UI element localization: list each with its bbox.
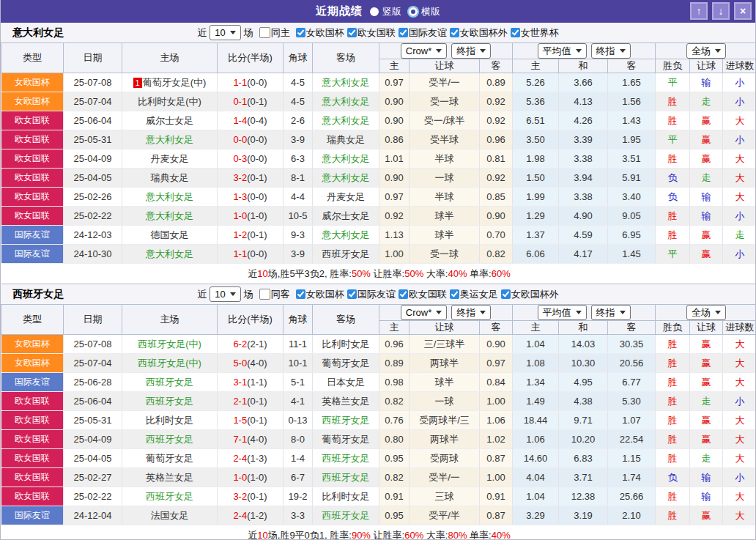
checkbox-unchecked-icon[interactable] [259,27,270,38]
corner-count: 8-1 [284,169,313,188]
average-select[interactable]: 平均值 [538,43,587,59]
competition-badge: 欧女国联 [1,188,64,207]
away-team-name: 威尔士女足 [322,210,370,221]
odds-source-select[interactable]: Crow* [401,305,447,320]
avg-odds-win: 3.29 [513,506,559,525]
handicap-odds-home: 0.90 [379,111,410,130]
avg-odds-lose: 3.40 [608,188,656,207]
final-odds-select[interactable]: 终指 [451,305,491,320]
away-team: 比利时女足 [313,335,379,354]
competition-filter[interactable]: 国际友谊 [347,288,396,301]
competition-filter[interactable]: 女世界杯 [511,26,559,40]
checkbox-checked-icon[interactable] [296,28,305,37]
avg-odds-lose: 1.95 [608,130,656,149]
home-team-name: 英格兰女足 [146,472,193,483]
outcome-result: 负 [656,468,690,487]
competition-badge: 欧女国联 [1,149,64,169]
handicap-odds-home: 0.96 [379,335,410,354]
checkbox-checked-icon[interactable] [347,28,357,37]
home-team-name: 丹麦女足 [151,153,189,164]
summary-stat-value: 50% [352,268,371,279]
match-date: 25-04-09 [64,149,122,169]
full-time-score: 1-1 [233,77,247,88]
same-away-filter[interactable]: 同客 [259,288,290,301]
outcome-goals: 小 [723,130,756,149]
checkbox-checked-icon[interactable] [511,28,520,37]
avg-odds-win: 14.60 [513,449,559,468]
checkbox-checked-icon[interactable] [399,289,408,299]
competition-filter[interactable]: 欧女国联 [347,26,396,40]
checkbox-checked-icon[interactable] [296,289,305,299]
competition-filters: 女欧国杯欧女国联国际友谊女欧国杯外女世界杯 [293,26,559,40]
match-score: 1-5(0-1) [218,411,284,430]
close-button[interactable]: × [734,2,752,20]
checkbox-unchecked-icon[interactable] [259,289,270,300]
match-row: 欧女国联25-06-04威尔士女足1-4(0-4)2-6意大利女足0.90受一/… [1,111,756,130]
handicap-group-header: Crow* 终指 [379,305,513,321]
competition-filter[interactable]: 女欧国杯 [296,288,344,301]
window-title: 近期战绩 [316,4,363,18]
competition-filter[interactable]: 国际友谊 [399,26,447,40]
handicap-odds-home: 0.90 [379,169,410,188]
competition-filter[interactable]: 女欧国杯 [296,26,344,40]
odds-source-select[interactable]: Crow* [401,43,447,59]
competition-filter[interactable]: 欧女国联 [399,288,447,301]
move-up-button[interactable]: ↑ [690,2,708,20]
handicap-odds-away: 0.91 [480,487,513,506]
competition-filter[interactable]: 女欧国杯外 [450,26,508,40]
handicap-line: 球半 [410,207,480,226]
competition-filter-label: 女欧国杯外 [511,288,559,301]
average-select[interactable]: 平均值 [538,305,587,320]
checkbox-checked-icon[interactable] [399,28,408,37]
handicap-line: 半球 [410,188,480,207]
scope-select[interactable]: 全场 [686,43,726,59]
competition-badge: 女欧国杯 [1,73,64,92]
chevron-down-icon [480,49,486,53]
outcome-result: 胜 [656,149,690,169]
avg-odds-draw: 4.90 [559,207,608,226]
results-table: 类型 日期 主场 比分(半场) 角球 客场 Crow* 终指 平均值 [1,304,756,540]
outcome-goals: 大 [723,335,756,354]
match-date: 25-07-04 [64,354,122,373]
handicap-odds-away: 0.96 [480,130,513,149]
checkbox-checked-icon[interactable] [347,289,357,299]
match-count-select[interactable]: 10 [210,25,240,40]
half-time-score: (0-1) [247,491,267,502]
competition-badge: 欧女国联 [1,169,64,188]
checkbox-checked-icon[interactable] [501,289,511,299]
same-home-filter[interactable]: 同主 [259,26,290,40]
away-team-name: 西班牙女足 [322,248,370,259]
competition-filter[interactable]: 女欧国杯外 [501,288,559,301]
sub-header-handicap: 让球 [410,59,480,73]
col-header-away: 客场 [313,305,379,335]
home-team-name: 意大利女足 [146,134,193,145]
final-odds-select-2[interactable]: 终指 [591,43,631,59]
competition-filter[interactable]: 奥运女足 [450,288,498,301]
away-team-name: 比利时女足 [322,491,370,502]
away-team: 意大利女足 [313,111,379,130]
home-team-name: 意大利女足 [146,191,193,202]
avg-odds-draw: 4.95 [559,373,608,392]
corner-count: 10-1 [284,354,313,373]
full-time-score: 1-0 [233,472,247,483]
scope-select[interactable]: 全场 [686,305,726,320]
home-team: 意大利女足 [122,207,218,226]
layout-horizontal-radio[interactable]: 横版 [409,5,440,18]
summary-text: 近 [248,268,257,279]
outcome-goals: 小 [723,207,756,226]
checkbox-checked-icon[interactable] [450,289,459,299]
match-date: 25-02-26 [64,188,122,207]
checkbox-checked-icon[interactable] [450,28,459,37]
match-count-select[interactable]: 10 [210,286,240,302]
full-time-score: 5-0 [233,358,247,369]
outcome-handicap: 输 [690,73,723,92]
arrow-up-icon: ↑ [697,5,702,17]
match-score: 1-3(0-0) [218,188,284,207]
move-down-button[interactable]: ↓ [712,2,730,20]
final-odds-select[interactable]: 终指 [451,43,491,59]
home-team: 西班牙女足 [122,430,218,449]
final-odds-select-2[interactable]: 终指 [591,305,631,320]
corner-count: 3-3 [284,506,313,525]
layout-vertical-radio[interactable]: 竖版 [370,5,401,18]
outcome-handicap: 走 [690,92,723,111]
